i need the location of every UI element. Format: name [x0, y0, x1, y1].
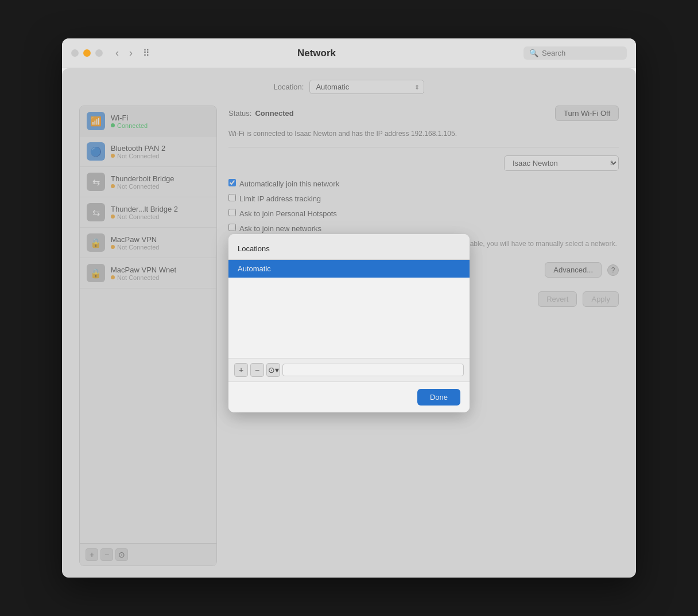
minimize-button[interactable]	[83, 49, 91, 57]
titlebar: ‹ › ⠿ Network 🔍	[62, 38, 636, 68]
modal-list-item-automatic[interactable]: Automatic	[228, 260, 470, 278]
modal-list-empty-area	[228, 278, 470, 358]
modal-title: Locations	[238, 244, 270, 253]
window-title: Network	[110, 48, 524, 59]
done-button[interactable]: Done	[417, 389, 460, 406]
modal-action-button[interactable]: ⊙▾	[266, 363, 280, 377]
maximize-button[interactable]	[95, 49, 103, 57]
search-input[interactable]	[542, 49, 622, 57]
search-icon: 🔍	[529, 49, 538, 57]
modal-header: Locations	[228, 234, 470, 260]
modal-name-input[interactable]	[282, 364, 464, 376]
modal-overlay: Locations Automatic + − ⊙▾ Done	[62, 68, 636, 578]
main-window: ‹ › ⠿ Network 🔍 Location: Automatic Edit…	[62, 38, 636, 578]
modal-remove-button[interactable]: −	[250, 363, 264, 377]
close-button[interactable]	[71, 49, 79, 57]
modal-list: Automatic	[228, 260, 470, 358]
modal-footer: Done	[228, 381, 470, 412]
modal-toolbar: + − ⊙▾	[228, 358, 470, 381]
content-area: Location: Automatic Edit Locations... ⇕ …	[62, 68, 636, 578]
window-controls	[71, 49, 103, 57]
search-box[interactable]: 🔍	[524, 46, 627, 60]
modal-add-button[interactable]: +	[234, 363, 248, 377]
locations-modal: Locations Automatic + − ⊙▾ Done	[228, 234, 470, 412]
